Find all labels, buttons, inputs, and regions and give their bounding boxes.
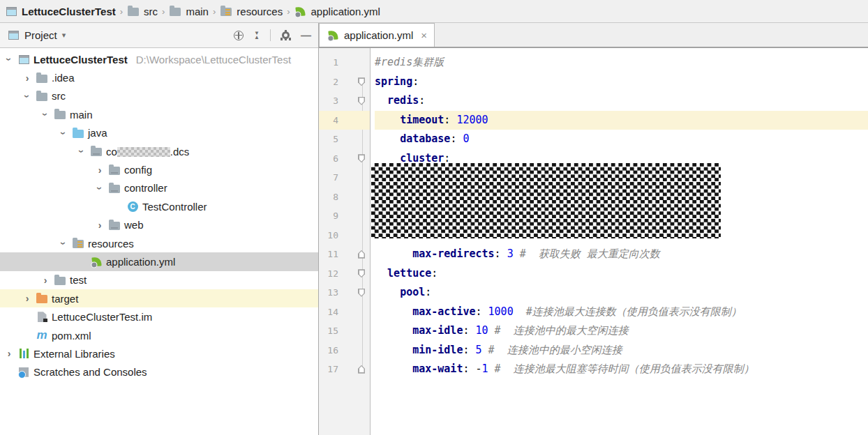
package-icon (108, 219, 121, 231)
gutter-row: 13 (319, 283, 370, 303)
tree-item-lettuceclustertest-im[interactable]: ›LettuceClusterTest.im (0, 307, 318, 326)
spring-yml-icon (294, 6, 307, 17)
fold-marker-icon[interactable] (358, 77, 365, 86)
tree-expand-chevron-icon[interactable]: › (95, 220, 105, 230)
line-number: 16 (319, 345, 338, 356)
breadcrumb-item-application-yml[interactable]: application.yml (292, 0, 383, 22)
code-line-14[interactable]: max-active: 1000 #连接池最大连接数（使用负值表示没有限制） (375, 303, 868, 322)
package-icon (108, 164, 121, 176)
breadcrumb-separator: › (285, 6, 291, 17)
tree-expand-chevron-icon[interactable]: › (59, 238, 68, 248)
tree-item-label: LettuceClusterTest.im (52, 311, 152, 323)
fold-marker-icon[interactable] (358, 250, 365, 259)
tree-item-scratches-and-consoles[interactable]: ›Scratches and Consoles (0, 363, 318, 381)
tree-item-java[interactable]: ›java (0, 124, 318, 142)
tree-item-application-yml[interactable]: ›application.yml (0, 252, 318, 270)
tree-item-co-dcs[interactable]: ›co.dcs (0, 142, 318, 160)
fold-marker-icon[interactable] (358, 365, 365, 374)
tree-expand-chevron-icon[interactable]: › (95, 183, 105, 193)
tree-item-controller[interactable]: ›controller (0, 179, 318, 197)
breadcrumb: LettuceClusterTest›src›main›resources›ap… (0, 0, 868, 23)
tree-expand-chevron-icon[interactable]: › (22, 293, 32, 303)
tree-item-src[interactable]: ›src (0, 87, 318, 105)
tree-item-label: TestController (142, 201, 207, 213)
close-icon[interactable]: × (421, 29, 427, 41)
tree-expand-chevron-icon[interactable]: › (4, 349, 14, 358)
tree-expand-chevron-icon[interactable]: › (77, 146, 87, 156)
folder-icon (54, 109, 66, 121)
tree-item-lettuceclustertest[interactable]: ›LettuceClusterTestD:\Workspace\LettuceC… (0, 50, 318, 68)
tree-expand-chevron-icon[interactable]: › (22, 91, 32, 101)
breadcrumb-label: src (144, 6, 158, 17)
gutter-row: 14 (319, 303, 370, 322)
censored-block (371, 163, 721, 238)
code-line-5[interactable]: database: 0 (375, 130, 868, 149)
code-area[interactable]: #redis集群版spring: redis: timeout: 12000 d… (371, 48, 868, 435)
code-line-16[interactable]: min-idle: 5 # 连接池中的最小空闲连接 (375, 341, 868, 360)
code-line-1[interactable]: #redis集群版 (375, 53, 868, 72)
tree-item-test[interactable]: ›test (0, 271, 318, 289)
breadcrumb-item-main[interactable]: main (166, 0, 211, 22)
tree-item-main[interactable]: ›main (0, 105, 318, 123)
code-line-13[interactable]: pool: (375, 283, 868, 303)
gutter-row: 2 (319, 72, 370, 92)
tree-item-pom-xml[interactable]: ›mpom.xml (0, 326, 318, 344)
tree-item-external-libraries[interactable]: ›External Libraries (0, 344, 318, 362)
project-window-icon (7, 29, 20, 41)
code-line-4[interactable]: timeout: 12000 (375, 111, 868, 130)
breadcrumb-label: LettuceClusterTest (22, 6, 116, 17)
project-panel-title[interactable]: Project (24, 29, 57, 41)
gutter-row: 1 (319, 53, 370, 72)
tree-item-label: pom.xml (52, 330, 91, 342)
line-number: 2 (319, 77, 338, 87)
collapse-all-icon[interactable]: ▼▲ (254, 31, 260, 40)
tree-item-target[interactable]: ›target (0, 289, 318, 307)
tree-expand-chevron-icon[interactable]: › (59, 128, 68, 138)
tree-item-config[interactable]: ›config (0, 160, 318, 178)
code-line-15[interactable]: max-idle: 10 # 连接池中的最大空闲连接 (375, 321, 868, 341)
chevron-down-icon[interactable]: ▾ (62, 31, 66, 40)
project-panel-header: Project ▾ ▼▲ — (0, 23, 318, 48)
tree-expand-chevron-icon[interactable]: › (95, 165, 105, 175)
breadcrumb-item-resources[interactable]: resources (217, 0, 285, 22)
code-line-17[interactable]: max-wait: -1 # 连接池最大阻塞等待时间（使用负值表示没有限制） (375, 360, 868, 379)
tree-item-idea[interactable]: ›.idea (0, 68, 318, 86)
line-number: 15 (319, 326, 338, 336)
project-icon (17, 54, 30, 66)
tree-expand-chevron-icon[interactable]: › (4, 54, 14, 64)
tree-expand-chevron-icon[interactable]: › (40, 275, 50, 285)
tree-item-web[interactable]: ›web (0, 216, 318, 234)
code-line-11[interactable]: max-redirects: 3 # 获取失败 最大重定向次数 (375, 245, 868, 264)
hide-panel-icon[interactable]: — (301, 32, 311, 39)
project-tool-window: Project ▾ ▼▲ — ›LettuceClusterTestD:\Wor… (0, 23, 319, 435)
spring-yml-icon (90, 256, 103, 268)
tree-item-label: target (52, 293, 78, 305)
code-line-12[interactable]: lettuce: (375, 264, 868, 284)
tree-item-testcontroller[interactable]: ›CTestController (0, 197, 318, 215)
tree-item-label: LettuceClusterTest (33, 54, 128, 66)
fold-marker-icon[interactable] (358, 269, 365, 277)
fold-marker-icon[interactable] (358, 289, 365, 297)
gutter-row: 17 (319, 360, 370, 379)
locate-icon[interactable] (234, 31, 244, 40)
fold-marker-icon[interactable] (358, 154, 365, 162)
breadcrumb-item-lettuceclustertest[interactable]: LettuceClusterTest (2, 0, 119, 22)
tree-item-label: test (70, 274, 87, 286)
breadcrumb-label: resources (237, 6, 283, 17)
breadcrumb-label: main (186, 6, 209, 17)
line-number: 13 (319, 287, 338, 298)
gutter-row: 9 (319, 206, 370, 226)
tree-expand-chevron-icon[interactable]: › (22, 73, 32, 83)
tree-item-label: External Libraries (33, 348, 115, 360)
gear-icon[interactable] (281, 31, 290, 40)
fold-marker-icon[interactable] (358, 97, 365, 105)
code-line-2[interactable]: spring: (375, 72, 868, 92)
tree-item-resources[interactable]: ›resources (0, 234, 318, 252)
tab-application-yml[interactable]: application.yml × (319, 23, 435, 47)
tab-label: application.yml (344, 29, 413, 41)
tree-expand-chevron-icon[interactable]: › (40, 109, 50, 119)
code-line-3[interactable]: redis: (375, 91, 868, 111)
tree-item-label: config (124, 164, 152, 176)
breadcrumb-item-src[interactable]: src (124, 0, 160, 22)
class-icon: C (126, 201, 139, 213)
